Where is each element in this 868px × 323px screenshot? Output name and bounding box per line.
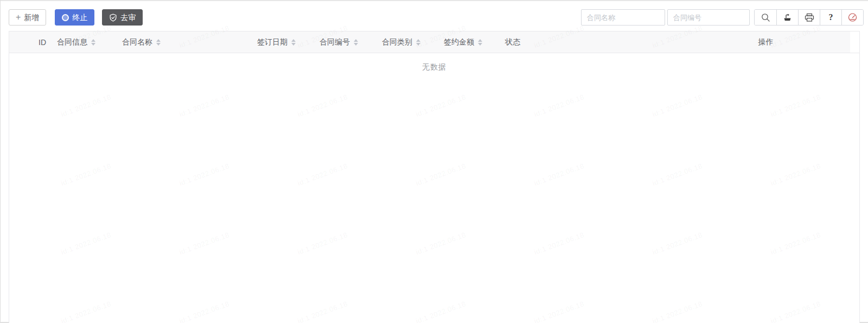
window-left-border bbox=[0, 0, 1, 323]
column-header-label: 签订日期 bbox=[257, 37, 288, 47]
terminate-button[interactable]: 终止 bbox=[55, 9, 94, 26]
submit-review-button-label: 去审 bbox=[120, 14, 136, 21]
sort-caret[interactable] bbox=[156, 39, 161, 46]
sort-caret[interactable] bbox=[291, 39, 296, 46]
column-header-status: 状态 bbox=[500, 31, 681, 53]
sort-caret[interactable] bbox=[91, 39, 95, 46]
column-header-label: 签约金额 bbox=[444, 37, 474, 47]
sort-caret[interactable] bbox=[354, 39, 358, 46]
column-header-label: 合同编号 bbox=[320, 37, 350, 47]
help-button[interactable]: ? bbox=[820, 10, 841, 25]
search-icon bbox=[761, 12, 771, 23]
column-header-label: 状态 bbox=[505, 37, 520, 47]
column-header-id: ID bbox=[9, 31, 52, 53]
column-header-contract-code[interactable]: 合同编号 bbox=[314, 31, 376, 53]
column-header-label: 合同信息 bbox=[57, 37, 87, 47]
toolbar-icon-group: ? bbox=[754, 9, 864, 26]
column-header-label: 合同类别 bbox=[382, 37, 412, 47]
column-header-contract-amount[interactable]: 签约金额 bbox=[438, 31, 500, 53]
window-top-border bbox=[0, 0, 868, 1]
column-header-sign-date[interactable]: 签订日期 bbox=[252, 31, 314, 53]
toolbar-search-group: ? bbox=[581, 9, 864, 26]
contracts-table: ID合同信息合同名称签订日期合同编号合同类别签约金额状态操作 无数据 bbox=[9, 31, 860, 323]
gauge-icon bbox=[847, 12, 858, 23]
column-header-label: ID bbox=[39, 38, 46, 47]
search-button[interactable] bbox=[755, 10, 776, 25]
printer-icon bbox=[805, 13, 814, 22]
empty-text: 无数据 bbox=[422, 62, 446, 72]
question-mark-icon: ? bbox=[829, 12, 833, 22]
dashboard-button[interactable] bbox=[841, 10, 863, 25]
add-button-label: 新增 bbox=[24, 14, 39, 21]
table-header-row: ID合同信息合同名称签订日期合同编号合同类别签约金额状态操作 bbox=[9, 31, 859, 53]
toolbar-button-group: + 新增 终止 去审 bbox=[9, 9, 143, 26]
contract-name-input[interactable] bbox=[581, 9, 665, 26]
column-header-label: 操作 bbox=[758, 37, 774, 47]
column-header-contract-category[interactable]: 合同类别 bbox=[376, 31, 438, 53]
column-header-label: 合同名称 bbox=[122, 37, 152, 47]
toolbar: + 新增 终止 去审 bbox=[9, 9, 864, 26]
plus-icon: + bbox=[16, 13, 21, 22]
terminate-button-label: 终止 bbox=[72, 14, 87, 21]
circle-icon bbox=[62, 14, 69, 21]
contract-code-input[interactable] bbox=[667, 9, 750, 26]
column-header-contract-name[interactable]: 合同名称 bbox=[117, 31, 252, 53]
submit-review-button[interactable]: 去审 bbox=[102, 9, 143, 26]
export-icon bbox=[783, 13, 792, 22]
table-empty-state: 无数据 bbox=[9, 53, 859, 81]
export-button[interactable] bbox=[776, 10, 798, 25]
sort-caret[interactable] bbox=[416, 39, 420, 46]
print-button[interactable] bbox=[798, 10, 820, 25]
sort-caret[interactable] bbox=[478, 39, 482, 46]
header-scrollbar-gutter bbox=[850, 31, 859, 53]
column-header-operation: 操作 bbox=[681, 31, 850, 53]
column-header-contract-info[interactable]: 合同信息 bbox=[52, 31, 117, 53]
add-button[interactable]: + 新增 bbox=[9, 9, 46, 26]
shield-check-icon bbox=[109, 14, 117, 22]
